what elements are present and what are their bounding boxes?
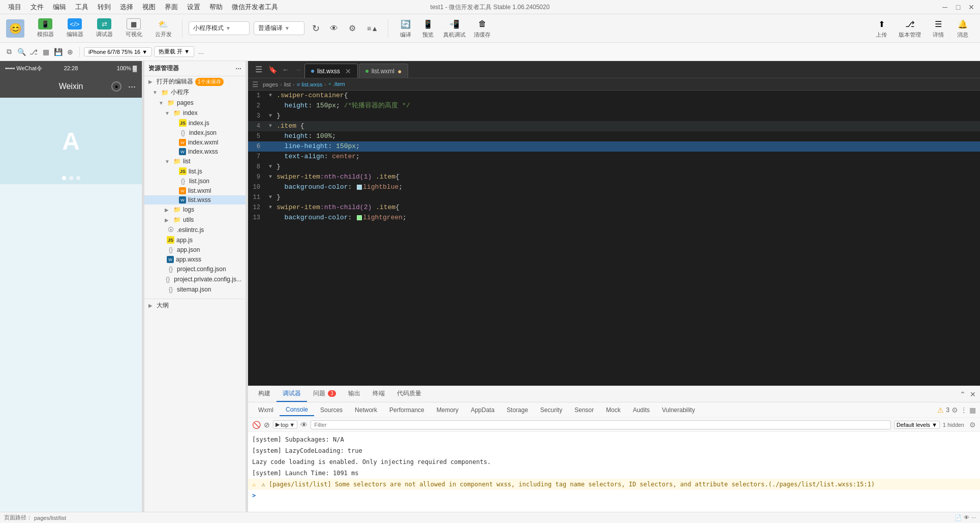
notification-button[interactable]: 🔔 消息 <box>952 16 974 41</box>
editor-tab-list-wxss[interactable]: list.wxss ✕ <box>304 64 358 78</box>
menu-item-wechat[interactable]: 微信开发者工具 <box>228 2 282 13</box>
hot-reload-dropdown[interactable]: 热重载 开 ▼ <box>154 46 194 57</box>
save-icon[interactable]: 💾 <box>53 47 63 57</box>
utils-folder-arrow[interactable]: ▶ <box>165 217 171 223</box>
mode-dropdown[interactable]: 小程序模式 ▼ <box>189 21 250 35</box>
version-button[interactable]: ⎇ 版本管理 <box>895 16 925 41</box>
devtools-close-icon[interactable]: ✕ <box>970 390 976 398</box>
eye-toggle-icon[interactable]: 👁 <box>300 421 308 429</box>
menu-item-settings[interactable]: 设置 <box>183 2 204 13</box>
devtools-tab-build[interactable]: 构建 <box>252 386 277 402</box>
filter-input[interactable] <box>311 420 891 429</box>
open-editors-arrow[interactable]: ▶ <box>148 79 155 84</box>
console-settings-icon[interactable]: ⚙ <box>969 421 976 429</box>
panel-layout-icon[interactable]: ▦ <box>969 406 976 414</box>
tab-bookmark-icon[interactable]: 🔖 <box>266 66 279 74</box>
sitemap-file[interactable]: sitemap.json <box>177 286 211 293</box>
editor-button[interactable]: </> 编辑器 <box>62 16 87 40</box>
maximize-button[interactable]: □ <box>954 3 963 12</box>
simulator-button[interactable]: 📱 模拟器 <box>33 16 58 40</box>
index-json-file[interactable]: index.json <box>189 129 217 136</box>
breadcrumb-menu-icon[interactable]: ☰ <box>252 80 259 89</box>
upload-button[interactable]: ⬆ 上传 <box>870 16 893 41</box>
index-js-file[interactable]: index.js <box>189 120 209 127</box>
compile-dropdown[interactable]: 普通编译 ▼ <box>254 21 304 35</box>
layers-button[interactable]: ≡▲ <box>363 21 382 36</box>
debugger-button[interactable]: ⇄ 调试器 <box>91 16 117 40</box>
menu-item-edit[interactable]: 编辑 <box>49 2 70 13</box>
translate-button[interactable]: 🔄 编译 <box>394 16 417 41</box>
search-icon[interactable]: 🔍 <box>16 47 26 57</box>
phone-model-dropdown[interactable]: iPhone 6/7/8 75% 16 ▼ <box>84 47 152 56</box>
quick-save-button[interactable]: 🗑 清缓存 <box>470 16 495 41</box>
pages-arrow[interactable]: ▼ <box>159 100 165 106</box>
index-wxss-file[interactable]: index.wxss <box>188 148 218 155</box>
breadcrumb-item-pages[interactable]: pages <box>263 81 278 88</box>
breadcrumb-item-list[interactable]: list <box>284 81 291 88</box>
preview-button[interactable]: 📱 预览 <box>417 16 439 41</box>
devtools-tab-terminal[interactable]: 终端 <box>366 386 391 402</box>
list-wxml-file[interactable]: list.wxml <box>188 187 211 194</box>
menu-item-project[interactable]: 项目 <box>4 2 25 13</box>
panel-tab-vulnerability[interactable]: Vulnerability <box>656 404 701 416</box>
devtools-tab-debugger[interactable]: 调试器 <box>277 386 307 402</box>
tab-forward-icon[interactable]: → <box>292 66 303 74</box>
panel-tab-sources[interactable]: Sources <box>314 404 349 416</box>
devtools-collapse-icon[interactable]: ⌃ <box>960 390 966 398</box>
branch-icon[interactable]: ⎇ <box>28 47 39 57</box>
block-icon[interactable]: ⊘ <box>264 421 270 429</box>
panel-more-icon[interactable]: ⋮ <box>960 406 967 414</box>
project-private-file[interactable]: project.private.config.js... <box>174 276 241 283</box>
menu-item-interface[interactable]: 界面 <box>161 2 182 13</box>
menu-item-view[interactable]: 视图 <box>138 2 160 13</box>
app-wxss-file[interactable]: app.wxss <box>176 256 201 263</box>
devtools-tab-code-quality[interactable]: 代码质量 <box>391 386 427 402</box>
real-machine-button[interactable]: 📲 真机调试 <box>439 16 470 41</box>
panel-tab-network[interactable]: Network <box>349 404 383 416</box>
file-tree-more-icon[interactable]: ··· <box>235 65 241 73</box>
more-icon[interactable]: ⊕ <box>65 47 75 57</box>
menu-item-select[interactable]: 选择 <box>116 2 137 13</box>
index-wxml-file[interactable]: index.wxml <box>188 139 218 146</box>
tab-hamburger-icon[interactable]: ☰ <box>252 65 265 74</box>
level-select[interactable]: Default levels ▼ <box>894 421 940 429</box>
panel-tab-wxml[interactable]: Wxml <box>252 404 280 416</box>
panel-tab-memory[interactable]: Memory <box>431 404 465 416</box>
panel-tab-performance[interactable]: Performance <box>383 404 431 416</box>
panel-tab-security[interactable]: Security <box>534 404 568 416</box>
clear-console-icon[interactable]: 🚫 <box>252 421 261 429</box>
cloud-button[interactable]: ⛅ 云开发 <box>150 16 176 40</box>
detail-button[interactable]: ☰ 详情 <box>927 16 950 41</box>
logs-folder-arrow[interactable]: ▶ <box>165 207 171 213</box>
panel-tab-console[interactable]: Console <box>280 404 314 416</box>
index-folder-arrow[interactable]: ▼ <box>165 110 171 116</box>
app-js-file[interactable]: app.js <box>176 237 193 244</box>
eslintrc-file[interactable]: .eslintrc.js <box>177 226 204 234</box>
list-folder-arrow[interactable]: ▼ <box>165 159 171 164</box>
tab-wxss-close-icon[interactable]: ✕ <box>345 67 351 75</box>
code-editor[interactable]: 1 ▼ .swiper-container{ 2 height: 150px; … <box>248 91 980 386</box>
menu-item-tools[interactable]: 工具 <box>71 2 93 13</box>
breadcrumb-item-selector[interactable]: ⁌ .item <box>328 81 345 88</box>
menu-item-file[interactable]: 文件 <box>26 2 48 13</box>
app-json-file[interactable]: app.json <box>177 246 200 253</box>
visualize-button[interactable]: ▦ 可视化 <box>121 16 146 40</box>
menu-item-goto[interactable]: 转到 <box>94 2 115 13</box>
devtools-tab-issues[interactable]: 问题 3 <box>307 386 342 402</box>
panel-tab-audits[interactable]: Audits <box>627 404 656 416</box>
list-js-file[interactable]: list.js <box>189 168 202 175</box>
panel-tab-mock[interactable]: Mock <box>600 404 627 416</box>
refresh-button[interactable]: ↻ <box>309 21 323 36</box>
list-json-file[interactable]: list.json <box>189 178 209 185</box>
editor-tab-list-wxml[interactable]: list.wxml ● <box>359 64 409 78</box>
list-wxss-file[interactable]: list.wxss <box>188 196 211 204</box>
preview-eye-button[interactable]: 👁 <box>327 21 341 36</box>
more-options-button[interactable]: ... <box>198 48 204 55</box>
grid-icon[interactable]: ▦ <box>41 47 51 57</box>
panel-tab-appdata[interactable]: AppData <box>465 404 501 416</box>
outline-arrow[interactable]: ▶ <box>148 303 155 308</box>
context-select[interactable]: ▶ top ▼ <box>273 420 297 429</box>
panel-tab-sensor[interactable]: Sensor <box>568 404 600 416</box>
project-config-file[interactable]: project.config.json <box>177 266 226 273</box>
devtools-tab-output[interactable]: 输出 <box>342 386 366 402</box>
